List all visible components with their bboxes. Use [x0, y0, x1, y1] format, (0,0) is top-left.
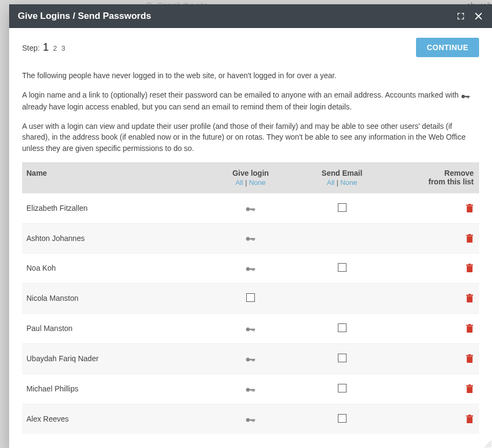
svg-point-8 [246, 207, 250, 211]
svg-rect-26 [467, 266, 473, 272]
cell-give-login [205, 313, 296, 343]
table-row: Nicola Manston [22, 283, 479, 313]
send-email-checkbox[interactable] [338, 323, 347, 332]
table-row: Paul Manston [22, 313, 479, 343]
send-email-none-link[interactable]: None [341, 178, 357, 187]
give-login-checkbox[interactable] [246, 293, 255, 302]
svg-rect-28 [468, 264, 470, 265]
fullscreen-icon[interactable] [456, 12, 465, 20]
svg-rect-35 [252, 328, 253, 330]
table-row: Michael Phillips [22, 374, 479, 404]
step-indicator: Step: 1 2 3 [22, 38, 479, 53]
svg-rect-52 [468, 384, 470, 385]
cell-name: Ashton Johannes [22, 223, 205, 253]
cell-send-email [296, 223, 388, 253]
cell-name: Nicola Manston [22, 283, 205, 313]
svg-rect-48 [253, 389, 254, 391]
close-icon[interactable] [474, 11, 483, 21]
svg-rect-31 [468, 294, 470, 295]
svg-rect-14 [468, 204, 470, 205]
intro-p1: The following people have never logged i… [22, 70, 479, 81]
cell-send-email [296, 404, 388, 434]
trash-icon[interactable] [466, 263, 474, 272]
resize-grip-icon[interactable] [483, 439, 492, 448]
col-header-give-login: Give login All | None [205, 162, 296, 194]
col-header-send-email: Send Email All | None [296, 162, 388, 194]
cell-remove [387, 313, 479, 343]
cell-give-login [205, 283, 296, 313]
svg-rect-19 [467, 236, 473, 243]
svg-rect-25 [252, 268, 253, 270]
send-email-checkbox[interactable] [338, 414, 347, 423]
cell-give-login [205, 193, 296, 223]
key-icon [245, 415, 256, 423]
modal: Give Logins / Send Passwords Step: 1 2 3… [9, 4, 492, 448]
svg-point-15 [246, 237, 250, 241]
step-2[interactable]: 2 [52, 44, 58, 52]
cell-remove [387, 343, 479, 374]
cell-name: Paul Manston [22, 313, 205, 343]
intro-text: The following people have never logged i… [22, 70, 479, 154]
svg-point-53 [246, 418, 250, 422]
svg-rect-29 [467, 296, 473, 302]
step-1[interactable]: 1 [42, 41, 50, 53]
cell-give-login [205, 404, 296, 434]
trash-icon[interactable] [466, 354, 474, 362]
svg-rect-49 [252, 389, 253, 391]
key-icon [245, 324, 256, 333]
cell-send-email [296, 313, 388, 343]
table-row: Ashton Johannes [22, 223, 479, 253]
cell-give-login [205, 253, 296, 283]
svg-rect-57 [467, 417, 473, 423]
svg-rect-38 [468, 324, 470, 325]
table-row: Alex Reeves [22, 404, 479, 434]
give-login-none-link[interactable]: None [249, 178, 266, 187]
cell-remove [387, 374, 479, 404]
cell-name: Alex Reeves [22, 404, 205, 434]
continue-button[interactable]: CONTINUE [416, 38, 479, 57]
svg-rect-50 [467, 387, 473, 393]
intro-p3: A user with a login can view and update … [22, 121, 479, 154]
cell-send-email [296, 343, 388, 374]
svg-rect-56 [252, 419, 253, 421]
svg-rect-45 [468, 354, 470, 355]
send-email-checkbox[interactable] [338, 354, 347, 362]
svg-rect-59 [468, 415, 470, 416]
intro-p2: A login name and a link to (optionally) … [22, 89, 479, 112]
trash-icon[interactable] [466, 204, 474, 212]
trash-icon[interactable] [466, 384, 474, 392]
send-email-checkbox[interactable] [338, 384, 347, 392]
svg-rect-43 [467, 356, 473, 363]
trash-icon[interactable] [466, 233, 474, 242]
svg-rect-41 [253, 359, 254, 361]
send-email-checkbox[interactable] [338, 203, 347, 212]
svg-point-46 [246, 388, 250, 391]
cell-remove [387, 404, 479, 434]
svg-rect-11 [252, 208, 253, 210]
col-header-name: Name [22, 162, 205, 194]
modal-header-icons [456, 11, 483, 21]
key-icon [245, 264, 256, 272]
table-row: Elizabeth Fitzallen [22, 193, 479, 223]
svg-point-39 [246, 357, 250, 361]
svg-rect-21 [468, 234, 470, 235]
cell-send-email [296, 374, 388, 404]
key-icon [245, 384, 256, 393]
trash-icon[interactable] [466, 323, 474, 332]
key-icon [245, 204, 256, 212]
trash-icon[interactable] [466, 414, 474, 423]
send-email-all-link[interactable]: All [327, 178, 335, 187]
svg-rect-6 [468, 96, 469, 99]
trash-icon[interactable] [466, 293, 474, 302]
svg-point-32 [246, 327, 250, 331]
svg-rect-24 [253, 268, 254, 271]
svg-rect-34 [253, 328, 254, 331]
key-icon [245, 354, 256, 363]
key-icon [245, 234, 256, 243]
cell-name: Noa Koh [22, 253, 205, 283]
give-login-all-link[interactable]: All [235, 178, 243, 187]
svg-rect-10 [253, 208, 254, 211]
send-email-checkbox[interactable] [338, 263, 347, 272]
modal-body: Step: 1 2 3 CONTINUE The following peopl… [9, 28, 492, 448]
step-3[interactable]: 3 [60, 44, 66, 52]
